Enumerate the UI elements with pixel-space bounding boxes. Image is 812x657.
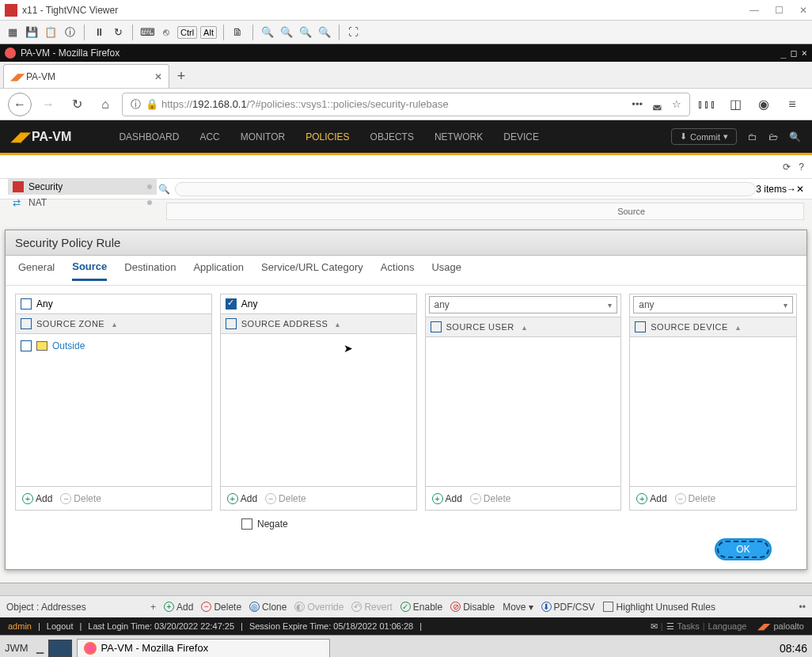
select-all-checkbox[interactable] [635,321,646,332]
reader-icon[interactable]: ◛ [652,98,662,110]
info-icon[interactable]: ⓘ [62,25,78,40]
page-actions-icon[interactable]: ••• [632,98,643,110]
add-device-button[interactable]: +Add [636,493,666,504]
export-icon[interactable]: 🗁 [768,131,778,142]
tab-destination[interactable]: Destination [124,261,176,279]
delete-button[interactable]: −Delete [201,602,241,613]
tasks-label[interactable]: Tasks [677,621,700,631]
tab-actions[interactable]: Actions [381,261,415,279]
highlight-unused-toggle[interactable]: Highlight Unused Rules [603,602,715,613]
sort-icon[interactable]: ▴ [112,320,117,328]
add-button[interactable]: +Add [164,602,193,613]
search-input[interactable] [175,182,756,196]
pdf-csv-button[interactable]: ⬇PDF/CSV [541,602,595,613]
nav-acc[interactable]: ACC [199,131,219,142]
delete-address-button[interactable]: −Delete [265,493,306,504]
minimize-icon[interactable]: ― [749,5,759,16]
info-icon[interactable]: ⓘ [131,97,141,112]
minimize-icon[interactable]: _ [780,47,786,59]
jwm-menu[interactable]: JWM [5,642,28,654]
add-object-icon[interactable]: + [150,602,156,613]
ok-button[interactable]: OK [715,538,772,560]
sort-icon[interactable]: ▴ [522,323,527,332]
clear-icon[interactable]: ✕ [796,184,804,195]
alt-key[interactable]: Alt [200,26,217,39]
nav-policies[interactable]: POLICIES [305,131,349,142]
nav-device[interactable]: DEVICE [503,131,539,142]
row-checkbox[interactable] [21,340,32,351]
revert-button[interactable]: ↶Revert [351,602,392,613]
column-header[interactable]: SOURCE USER [446,322,514,332]
commit-button[interactable]: ⬇ Commit ▾ [671,128,737,145]
close-icon[interactable]: ✕ [799,5,807,16]
ctrl-key[interactable]: Ctrl [177,26,197,39]
bookmark-icon[interactable]: ☆ [672,98,681,110]
forward-button[interactable]: → [36,93,60,116]
nav-dashboard[interactable]: DASHBOARD [119,131,179,142]
more-icon[interactable]: •• [799,602,806,613]
sort-icon[interactable]: ▴ [736,323,741,332]
sort-icon[interactable]: ▴ [336,320,340,328]
delete-user-button[interactable]: −Delete [470,493,511,504]
delete-zone-button[interactable]: −Delete [60,493,101,504]
tab-general[interactable]: General [18,261,55,279]
column-header[interactable]: SOURCE ZONE [36,319,104,328]
lock-warning-icon[interactable]: 🔒 [146,98,158,110]
select-all-checkbox[interactable] [226,318,237,329]
zoom-out-icon[interactable]: 🔍 [279,25,294,40]
tab-service[interactable]: Service/URL Category [261,261,363,279]
nav-objects[interactable]: OBJECTS [370,131,414,142]
library-icon[interactable]: ⫾⫾⫾ [695,93,719,116]
home-button[interactable]: ⌂ [93,93,117,116]
nav-network[interactable]: NETWORK [434,131,483,142]
add-address-button[interactable]: +Add [227,493,257,504]
override-button[interactable]: ◐Override [294,602,343,613]
account-icon[interactable]: ◉ [752,93,776,116]
zone-row[interactable]: Outside [21,339,207,353]
clone-button[interactable]: ◎Clone [249,602,286,613]
config-icon[interactable]: 🗀 [748,131,757,142]
language-label[interactable]: Language [708,621,747,631]
new-tab-button[interactable]: + [169,64,193,88]
sidebar-item-security[interactable]: Security [8,179,157,195]
reload-button[interactable]: ↻ [65,93,89,116]
logout-link[interactable]: Logout [47,621,74,631]
tab-source[interactable]: Source [72,260,107,281]
add-zone-button[interactable]: +Add [22,493,52,504]
workspace-switcher[interactable] [48,640,72,657]
pause-icon[interactable]: ⏸ [91,25,107,40]
nav-monitor[interactable]: MONITOR [241,131,285,142]
select-all-checkbox[interactable] [21,318,32,329]
any-zone-checkbox[interactable] [21,298,32,310]
menu-icon[interactable]: ≡ [780,93,804,116]
mail-icon[interactable]: ✉ [651,621,658,632]
tab-close-icon[interactable]: ✕ [154,71,162,82]
delete-device-button[interactable]: −Delete [675,493,716,504]
options-icon[interactable]: 📋 [43,25,59,40]
column-header[interactable]: SOURCE ADDRESS [241,319,328,328]
tab-application[interactable]: Application [193,261,244,279]
search-icon[interactable]: 🔍 [789,131,801,142]
maximize-icon[interactable]: ☐ [775,5,784,16]
sidebar-icon[interactable]: ◫ [723,93,747,116]
any-address-checkbox[interactable] [226,298,237,310]
add-user-button[interactable]: +Add [432,493,462,504]
zoom-100-icon[interactable]: 🔍 [298,25,313,40]
device-select[interactable]: any ▾ [633,296,793,313]
back-button[interactable]: ← [8,93,32,116]
refresh-icon[interactable]: ⟳ [783,161,791,173]
desktop-icon[interactable]: ▁ [36,643,44,654]
refresh-icon[interactable]: ↻ [110,25,126,40]
column-header[interactable]: SOURCE DEVICE [651,322,728,332]
zoom-in-icon[interactable]: 🔍 [260,25,275,40]
new-conn-icon[interactable]: ▦ [5,25,21,40]
tab-usage[interactable]: Usage [431,261,461,279]
next-icon[interactable]: → [787,184,796,195]
taskbar-item-firefox[interactable]: PA-VM - Mozilla Firefox [77,639,330,658]
zone-name[interactable]: Outside [52,340,85,351]
user-select[interactable]: any ▾ [429,296,618,313]
select-all-checkbox[interactable] [431,321,442,332]
tasks-icon[interactable]: ☰ [666,621,674,632]
move-button[interactable]: Move▾ [503,602,533,613]
negate-checkbox[interactable] [241,518,252,530]
